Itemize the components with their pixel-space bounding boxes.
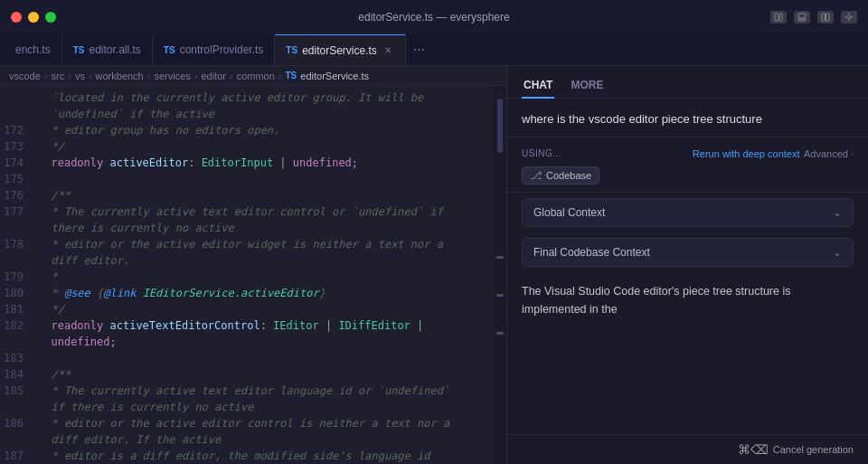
chevron-down-icon: ⌄ [833, 206, 842, 219]
svg-rect-0 [775, 14, 778, 21]
code-line: if there is currently no active [0, 399, 506, 415]
tab-label: controlProvider.ts [180, 43, 264, 56]
scroll-marker [496, 332, 504, 335]
traffic-lights [11, 12, 56, 23]
split-icon[interactable] [817, 11, 834, 24]
tab-editor-service[interactable]: TS editorService.ts ✕ [275, 34, 405, 65]
scroll-marker [496, 256, 504, 259]
main-area: vscode › src › vs › workbench › services… [0, 66, 868, 464]
codebase-badge: ⎇ Codebase [522, 166, 599, 185]
code-line: 178 * editor or the active editor widget… [0, 236, 506, 252]
chevron-down-icon: ⌄ [833, 246, 842, 259]
code-line: 176 /** [0, 187, 506, 204]
code-line: 180 * @see {@link IEditorService.activeE… [0, 285, 506, 301]
svg-rect-3 [798, 19, 806, 21]
tab-label: editor.all.ts [89, 43, 140, 56]
rerun-link[interactable]: Rerun with deep context [693, 148, 800, 159]
code-line: 183 [0, 350, 506, 366]
tab-chat[interactable]: CHAT [522, 73, 554, 99]
breadcrumb-part: vs [75, 71, 85, 81]
maximize-button[interactable] [45, 12, 56, 23]
window-title: editorService.ts — everysphere [358, 11, 509, 24]
code-line: 175 [0, 171, 506, 187]
tab-close-icon[interactable]: ✕ [382, 44, 394, 57]
svg-point-10 [852, 16, 854, 18]
svg-rect-4 [822, 14, 826, 21]
tab-ts-icon: TS [164, 45, 175, 55]
svg-point-6 [847, 15, 851, 19]
chat-bottom-bar: ⌘⌫ Cancel generation [507, 434, 868, 464]
code-editor: vscode › src › vs › workbench › services… [0, 66, 506, 464]
code-line: 186 * editor or the active editor contro… [0, 415, 506, 431]
layout-icon[interactable] [770, 11, 787, 24]
tab-bar: ench.ts TS editor.all.ts TS controlProvi… [0, 34, 868, 66]
code-line: 187 * editor is a diff editor, the modif… [0, 448, 506, 464]
chat-response-area: The Visual Studio Code editor's piece tr… [507, 272, 868, 434]
tab-bench[interactable]: ench.ts [0, 34, 62, 65]
titlebar: editorService.ts — everysphere [0, 0, 868, 34]
code-line: 174 readonly activeEditor: EditorInput |… [0, 155, 506, 171]
tab-editor-all[interactable]: TS editor.all.ts [62, 34, 153, 65]
breadcrumb-part: workbench [96, 71, 144, 81]
code-content[interactable]: `located in the currently active editor … [0, 86, 506, 464]
chat-query-area: where is the vscode editor piece tree st… [507, 99, 868, 137]
svg-rect-2 [798, 14, 806, 18]
accordion-header-global[interactable]: Global Context ⌄ [523, 199, 853, 226]
scrollbar[interactable] [494, 86, 506, 464]
tab-ts-icon: TS [73, 45, 85, 55]
breadcrumb-ts-icon: TS [286, 71, 297, 80]
tab-label: editorService.ts [302, 44, 377, 57]
cancel-label: Cancel generation [773, 444, 854, 455]
minimize-button[interactable] [28, 12, 39, 23]
tab-more[interactable]: MORE [569, 73, 605, 99]
code-line: 179 * [0, 269, 506, 285]
breadcrumb-part: common [237, 71, 275, 81]
chat-query-text: where is the vscode editor piece tree st… [522, 111, 854, 128]
svg-rect-1 [779, 14, 782, 21]
chat-tab-bar: CHAT MORE [507, 66, 868, 99]
code-line: 184 /** [0, 366, 506, 383]
code-line: undefined; [0, 334, 506, 350]
breadcrumb-part: vscode [9, 71, 41, 81]
codebase-label: Codebase [546, 170, 591, 181]
accordion-label: Final Codebase Context [533, 246, 650, 259]
code-line: 177 * The currently active text editor c… [0, 204, 506, 220]
scrollbar-thumb[interactable] [497, 99, 503, 153]
code-line: `undefined` if the active [0, 106, 506, 122]
svg-rect-5 [826, 14, 830, 21]
using-label: USING... [522, 148, 561, 158]
code-line: `located in the currently active editor … [0, 90, 506, 106]
tab-overflow-button[interactable]: ··· [406, 34, 432, 65]
svg-point-9 [845, 16, 847, 18]
advanced-link[interactable]: Advanced · [804, 148, 854, 159]
cancel-icon: ⌘⌫ [738, 442, 769, 457]
code-line: 172 * editor group has no editors open. [0, 122, 506, 138]
tab-control-provider[interactable]: TS controlProvider.ts [153, 34, 276, 65]
code-line: 173 */ [0, 138, 506, 155]
accordion-header-final[interactable]: Final Codebase Context ⌄ [523, 239, 853, 266]
svg-point-7 [848, 14, 850, 15]
svg-point-8 [848, 20, 850, 22]
accordion-global-context[interactable]: Global Context ⌄ [522, 198, 854, 227]
accordion-final-context[interactable]: Final Codebase Context ⌄ [522, 238, 854, 267]
code-line: 182 readonly activeTextEditorControl: IE… [0, 317, 506, 334]
code-line: 181 */ [0, 301, 506, 317]
breadcrumb: vscode › src › vs › workbench › services… [0, 66, 506, 86]
breadcrumb-services: services [154, 71, 190, 81]
code-line: diff editor. If the active [0, 431, 506, 448]
branch-icon: ⎇ [530, 169, 542, 182]
settings-icon[interactable] [841, 11, 857, 24]
code-line: diff editor. [0, 252, 506, 269]
breadcrumb-part: src [52, 71, 65, 81]
code-line: there is currently no active [0, 220, 506, 236]
cancel-generation-button[interactable]: ⌘⌫ Cancel generation [738, 442, 854, 457]
scroll-marker [496, 294, 504, 297]
context-section: USING... Rerun with deep context Advance… [507, 137, 868, 193]
close-button[interactable] [11, 12, 22, 23]
titlebar-controls [770, 11, 857, 24]
panel-icon[interactable] [794, 11, 810, 24]
tab-ts-icon: TS [286, 45, 297, 55]
breadcrumb-part: editor [201, 71, 226, 81]
response-text: The Visual Studio Code editor's piece tr… [522, 283, 854, 318]
tab-label: ench.ts [15, 43, 51, 56]
